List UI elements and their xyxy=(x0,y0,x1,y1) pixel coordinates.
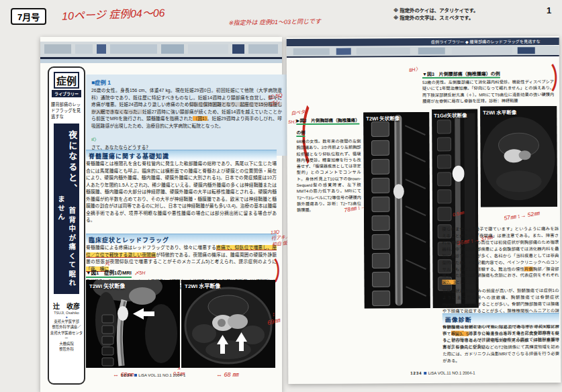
article-title-line1: 夜になると、 xyxy=(67,130,77,195)
handwritten-dim-axial: 57㎜ ↕→ 52㎜ xyxy=(503,208,540,222)
banner-thumb xyxy=(518,47,535,54)
folio-number: 1234 xyxy=(410,371,422,375)
mri-label: T2WI 水平断像 xyxy=(185,282,220,289)
scanned-proof-sheet: 7月号 10ページ 症例04〜06 ※指定外は 症例01〜03と同じです ※ 指… xyxy=(0,0,562,392)
mri-image-art xyxy=(363,112,430,309)
figure1-reference-highlight: （図1） xyxy=(193,116,207,121)
author-affiliation: 東邦大学医療センター xyxy=(49,330,84,341)
right-page: 症例ライブラリー ◆ 腰背部痛のレッドフラッグを見逃すな 8H〉 ▼図3 片側腰… xyxy=(287,36,561,384)
banner-thumb xyxy=(75,44,93,54)
figure35-reference-highlight: 図3、5 xyxy=(455,332,469,336)
figure23-reference-highlight: 図2、3 xyxy=(442,280,456,285)
article-title-line2: 首背中が痛くて眠れません xyxy=(57,195,76,288)
mri-image-art xyxy=(480,106,557,207)
column-highlight: 片側 xyxy=(524,266,533,271)
case-label: ■症例 1 xyxy=(91,78,282,86)
banner-thumb xyxy=(232,44,244,54)
figure2-caption-body: 68歳の女性。数年来の夜間の左側胸部痛あり、3か月前より左前胸部絞扼痛となり仰臥… xyxy=(296,138,361,213)
banner-substrip-left xyxy=(40,59,282,63)
redflag-text: 脊髄腫瘍による疼痛はレッドフラッグであり、徐々に増悪する xyxy=(86,245,216,250)
banner-thumb xyxy=(357,48,410,54)
figure3-caption-label: ▼図3 片側腰部痛（胸椎腫瘍）の例 xyxy=(422,71,500,79)
handwritten-dim-value: 69㎜ xyxy=(267,317,281,327)
mri-label: T2WI 水平断像 xyxy=(483,108,516,115)
article-title: 夜になると、 首背中が痛くて眠れません xyxy=(54,124,80,294)
author-name: 辻 收彦 xyxy=(49,301,84,311)
banner-thumb xyxy=(110,44,157,54)
running-head: 症例ライブラリー ◆ 腰背部痛のレッドフラッグを見逃すな xyxy=(287,38,559,46)
author-affiliation: 大橋病院 xyxy=(49,341,84,346)
handwritten-fig1-mark: 〆5H xyxy=(134,271,145,275)
author-affiliation: 東邦大学医学部 xyxy=(49,319,84,324)
series-subtitle: 腰背部痛のレッドフラッグを見逃すな xyxy=(51,101,82,119)
left-page-footer: 1234LiSA VOL.11 NO.1 2004-1 xyxy=(121,373,185,377)
mri-t2-axial-thoracic: T2WI 水平断像 xyxy=(480,106,557,207)
printed-proof-note-2: ※ 指定外の文字は、スミベタです。 xyxy=(393,14,473,21)
handwritten-fig3-mark: 8H〉 xyxy=(408,64,421,73)
banner-thumb xyxy=(293,48,330,55)
series-logo-sub: ライブラリー xyxy=(52,90,81,97)
column-text: 寝られません」「椅子で寝ています」というように痛みを訴えることが多い。「夜間痛」… xyxy=(442,226,559,271)
left-page: 症例 ライブラリー 腰背部痛のレッドフラッグを見逃すな 夜になると、 首背中が痛… xyxy=(40,37,282,392)
handwritten-type-spec: 12.5Q ゴシ xyxy=(267,92,284,107)
case-panel: ■症例 1 26歳の女性。身長156 cm、体重47 kg。現在妊娠29週0日。… xyxy=(86,75,287,156)
banner-thumb xyxy=(336,48,351,55)
mri-image-art xyxy=(86,280,180,368)
banner-strip-left xyxy=(40,42,282,59)
banner-thumb xyxy=(188,44,228,54)
figure3-caption-body: 53歳の男性。左側腹部痛にて消化器内科受診。機能性ディスペプシア疑いにて1年間治… xyxy=(422,79,554,104)
case-body: 26歳の女性。身長156 cm、体重47 kg。現在妊娠29週0日。初回妊娠にて… xyxy=(91,87,282,130)
author-affiliation: 整形外科学講座／ xyxy=(49,324,84,330)
figure1-caption-label: ▼図1 症例1のMRI xyxy=(86,270,132,278)
issue-label-stamp: 7月号 xyxy=(11,8,46,25)
banner-rule xyxy=(287,55,559,58)
section-basics-body: 脊髄腫瘍とは椎間孔を含む脊柱管内に発生した軟部腫瘍の総称であり、馬尾以下に生じた… xyxy=(86,160,277,224)
handwritten-red-paren: ） xyxy=(551,64,562,93)
mri-label: T2WI 矢状断像 xyxy=(366,114,400,121)
journal-footer-text: LiSA VOL.11 NO.1 2004-1 xyxy=(428,371,475,375)
footer-mark-icon xyxy=(424,372,427,375)
series-logo: 症例 xyxy=(54,72,79,89)
mri-t2-sagittal-cervical: T2WI 矢状断像 xyxy=(86,280,180,368)
author-block: 辻 收彦 TSUJI, Osahiko ● 東邦大学医学部 整形外科学講座／ 東… xyxy=(49,301,84,352)
banner-thumb xyxy=(418,48,445,54)
figure2-caption-label: ▶図2 片側胸部痛（胸椎腫瘍）の例 xyxy=(296,117,360,136)
column-paragraph-1: 寝られません」「椅子で寝ています」というように痛みを訴えることが多い。「夜間痛」… xyxy=(442,226,559,286)
mri-label: T1Gd矢状断像 xyxy=(434,111,467,119)
banner-thumb xyxy=(97,44,106,54)
banner-thumb xyxy=(452,47,512,54)
right-page-footer: 1234LiSA VOL.11 NO.1 2004-1 xyxy=(410,371,475,376)
banner-thumb xyxy=(44,44,71,54)
section-imaging-body: 脊髄腫瘍の診断においてMRIは必須であるが、単純X線においても図3、5のように骨… xyxy=(442,324,559,364)
folio-number: 1234 xyxy=(121,373,132,377)
mri-t2-axial-cervical: T2WI 水平断像 xyxy=(181,280,275,368)
mri-t2-sagittal-thoracic: T2WI 矢状断像 xyxy=(363,112,430,309)
handwritten-page-note: 10ページ 症例04〜06 xyxy=(62,3,165,23)
banner-thumb xyxy=(248,44,278,54)
handwritten-center-note: ※指定外は 症例01〜03と同じです xyxy=(228,17,321,27)
handwritten-dim-side: ↕ 69㎜ xyxy=(267,311,280,326)
banner-strip-right xyxy=(287,46,559,58)
handwritten-dim-right: ↔ 68 ㎜ xyxy=(216,370,238,379)
mri-label: T2WI 矢状断像 xyxy=(89,282,125,289)
journal-footer-text: LiSA VOL.11 NO.1 2004-1 xyxy=(138,373,185,377)
sheet-number: 1 xyxy=(547,5,551,15)
column-text: として示す。 xyxy=(455,280,481,285)
green-proof-mark: ıℓ〉 xyxy=(91,137,99,142)
series-sidebar: 症例 ライブラリー 腰背部痛のレッドフラッグを見逃すな 夜になると、 首背中が痛… xyxy=(48,66,85,385)
handwritten-caret: ∧ xyxy=(173,366,185,371)
author-affiliation: 整形外科 xyxy=(49,346,84,352)
mri-image-art xyxy=(181,280,275,368)
footer-mark-icon xyxy=(134,374,137,377)
printed-proof-note-1: ※ 指定外のケイは、アタリケイです。 xyxy=(393,7,478,14)
banner-thumb xyxy=(161,44,184,54)
